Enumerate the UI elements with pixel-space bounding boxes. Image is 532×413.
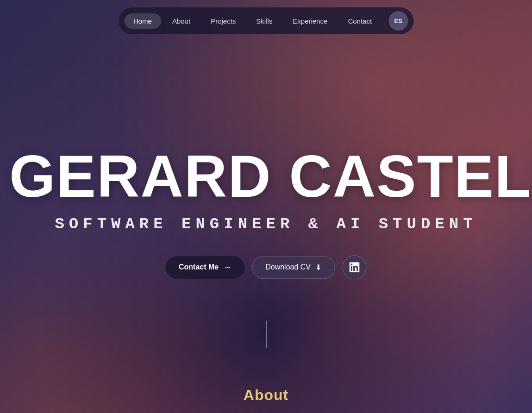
about-section: About xyxy=(244,387,288,404)
contact-me-label: Contact Me xyxy=(179,263,219,271)
scroll-line xyxy=(266,320,267,348)
scroll-indicator xyxy=(266,320,267,348)
nav-item-experience[interactable]: Experience xyxy=(283,13,337,29)
download-icon: ⬇ xyxy=(315,263,321,272)
about-title: About xyxy=(244,387,288,404)
download-cv-button[interactable]: Download CV ⬇ xyxy=(252,256,335,279)
contact-me-button[interactable]: Contact Me → xyxy=(166,256,244,279)
nav-items: Home About Projects Skills Experience Co… xyxy=(124,13,381,29)
hero-subtitle: SOFTWARE ENGINEER & AI STUDENT xyxy=(9,215,523,233)
language-button[interactable]: ES xyxy=(388,11,408,31)
hero-name: GERARD CASTELL xyxy=(9,147,523,206)
nav-item-home[interactable]: Home xyxy=(124,13,161,29)
download-cv-label: Download CV xyxy=(265,263,311,271)
page-wrapper: Home About Projects Skills Experience Co… xyxy=(0,0,532,413)
nav-item-contact[interactable]: Contact xyxy=(338,13,381,29)
nav-item-about[interactable]: About xyxy=(163,13,200,29)
cta-row: Contact Me → Download CV ⬇ xyxy=(9,255,523,279)
linkedin-button[interactable] xyxy=(342,255,366,279)
nav-item-projects[interactable]: Projects xyxy=(201,13,245,29)
linkedin-icon xyxy=(349,262,359,272)
navbar: Home About Projects Skills Experience Co… xyxy=(119,7,413,34)
hero-section: GERARD CASTELL SOFTWARE ENGINEER & AI ST… xyxy=(0,147,532,279)
nav-item-skills[interactable]: Skills xyxy=(247,13,282,29)
arrow-right-icon: → xyxy=(223,263,232,272)
